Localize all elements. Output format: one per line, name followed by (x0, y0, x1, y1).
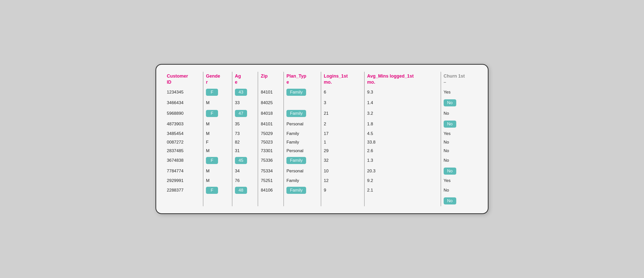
table-row: 3485454M7375029Family174.5Yes (164, 129, 480, 138)
cell-avg-mins: 1.4 (364, 98, 441, 108)
table-row: 2837485M3173301Personal292.6No (164, 147, 480, 155)
cell-logins: 17 (321, 129, 364, 138)
cell-zip: 75023 (258, 138, 284, 147)
cell-churn: Yes (441, 88, 480, 98)
cell-churn: Yes (441, 176, 480, 185)
table-row: 0087272F8275023Family133.8No (164, 138, 480, 147)
cell-customer-id: 7784774 (164, 166, 203, 176)
cell-logins: 21 (321, 108, 364, 119)
col-header-age: Ag e (232, 72, 258, 88)
cell-zip: 75251 (258, 176, 284, 185)
cell-churn: Yes (441, 129, 480, 138)
table-row: 3466434M338402531.4No (164, 98, 480, 108)
cell-gender: M (203, 129, 232, 138)
cell-age: 43 (232, 88, 258, 98)
cell-plan-type: Family (284, 129, 321, 138)
cell-avg-mins: 4.5 (364, 129, 441, 138)
cell-plan-type (284, 196, 321, 206)
cell-age: 73 (232, 129, 258, 138)
cell-churn: No (441, 119, 480, 129)
cell-customer-id: 1234345 (164, 88, 203, 98)
customer-table: Customer IDGende rAg eZipPlan_Typ eLogin… (164, 72, 480, 206)
cell-age: 33 (232, 98, 258, 108)
cell-gender: M (203, 166, 232, 176)
cell-logins: 1 (321, 138, 364, 147)
cell-age (232, 196, 258, 206)
cell-zip: 75334 (258, 166, 284, 176)
cell-avg-mins: 20.3 (364, 166, 441, 176)
cell-plan-type: Personal (284, 147, 321, 155)
cell-age: 35 (232, 119, 258, 129)
cell-logins: 3 (321, 98, 364, 108)
cell-logins: 32 (321, 155, 364, 166)
cell-plan-type: Family (284, 176, 321, 185)
cell-zip: 84101 (258, 88, 284, 98)
cell-avg-mins: 9.3 (364, 88, 441, 98)
col-header-churn_1st: Churn 1st – (441, 72, 480, 88)
cell-gender: M (203, 119, 232, 129)
cell-zip: 84101 (258, 119, 284, 129)
col-header-zip: Zip (258, 72, 284, 88)
table-row: 1234345F4384101Family69.3Yes (164, 88, 480, 98)
table-row: 3674838F4575336Family321.3No (164, 155, 480, 166)
cell-avg-mins (364, 196, 441, 206)
cell-churn: No (441, 166, 480, 176)
cell-churn: No (441, 155, 480, 166)
col-header-logins_1st: Logins_1st mo. (321, 72, 364, 88)
col-header-plan_type: Plan_Typ e (284, 72, 321, 88)
cell-gender: F (203, 155, 232, 166)
cell-customer-id: 2837485 (164, 147, 203, 155)
cell-zip: 73301 (258, 147, 284, 155)
cell-gender: M (203, 147, 232, 155)
cell-logins: 9 (321, 185, 364, 196)
cell-avg-mins: 1.3 (364, 155, 441, 166)
cell-age: 76 (232, 176, 258, 185)
cell-customer-id: 0087272 (164, 138, 203, 147)
cell-plan-type: Family (284, 185, 321, 196)
cell-customer-id: 3485454 (164, 129, 203, 138)
table-row: 7784774M3475334Personal1020.3No (164, 166, 480, 176)
cell-plan-type: Family (284, 155, 321, 166)
table-row: 2288377F4884106Family92.1No (164, 185, 480, 196)
cell-zip: 84018 (258, 108, 284, 119)
cell-customer-id (164, 196, 203, 206)
cell-gender: M (203, 98, 232, 108)
cell-avg-mins: 9.2 (364, 176, 441, 185)
cell-plan-type: Family (284, 138, 321, 147)
cell-gender: M (203, 176, 232, 185)
col-header-customer_id: Customer ID (164, 72, 203, 88)
cell-zip: 75029 (258, 129, 284, 138)
cell-logins: 2 (321, 119, 364, 129)
cell-age: 82 (232, 138, 258, 147)
cell-churn: No (441, 138, 480, 147)
cell-age: 34 (232, 166, 258, 176)
cell-gender (203, 196, 232, 206)
cell-logins: 6 (321, 88, 364, 98)
cell-zip: 84025 (258, 98, 284, 108)
cell-avg-mins: 1.8 (364, 119, 441, 129)
cell-age: 45 (232, 155, 258, 166)
cell-avg-mins: 33.8 (364, 138, 441, 147)
cell-logins: 29 (321, 147, 364, 155)
col-header-gender: Gende r (203, 72, 232, 88)
cell-customer-id: 3674838 (164, 155, 203, 166)
cell-churn: No (441, 108, 480, 119)
cell-plan-type: Family (284, 108, 321, 119)
cell-plan-type (284, 98, 321, 108)
col-header-avg_mins: Avg_Mins logged_1st mo. (364, 72, 441, 88)
cell-plan-type: Personal (284, 166, 321, 176)
cell-avg-mins: 3.2 (364, 108, 441, 119)
table-row: No (164, 196, 480, 206)
table-row: 2929991M7675251Family129.2Yes (164, 176, 480, 185)
cell-gender: F (203, 138, 232, 147)
cell-avg-mins: 2.6 (364, 147, 441, 155)
cell-zip (258, 196, 284, 206)
cell-churn: No (441, 196, 480, 206)
data-table-container: Customer IDGende rAg eZipPlan_Typ eLogin… (155, 64, 489, 214)
cell-customer-id: 5968890 (164, 108, 203, 119)
cell-age: 31 (232, 147, 258, 155)
cell-customer-id: 4873903 (164, 119, 203, 129)
cell-customer-id: 2288377 (164, 185, 203, 196)
cell-churn: No (441, 147, 480, 155)
cell-plan-type: Personal (284, 119, 321, 129)
